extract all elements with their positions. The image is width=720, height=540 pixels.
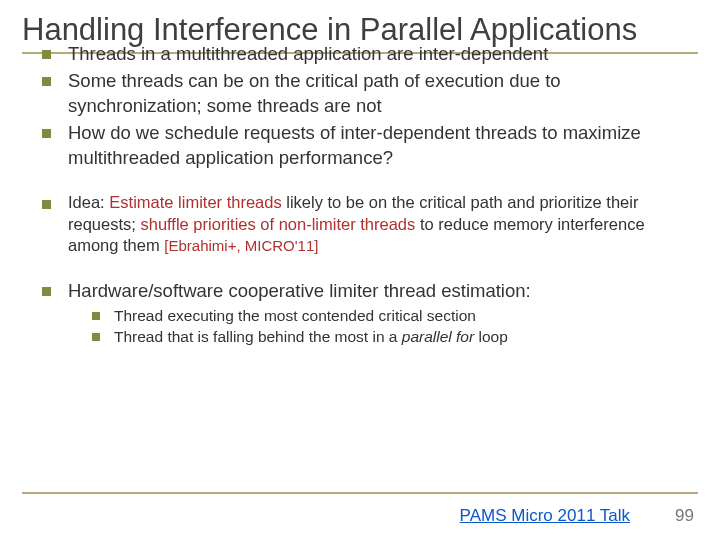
sub-text: Thread that is falling behind the most i…: [114, 328, 402, 345]
footer-link[interactable]: PAMS Micro 2011 Talk: [460, 506, 630, 526]
hw-text: Hardware/software cooperative limiter th…: [68, 280, 531, 301]
sub-bullet-list: Thread executing the most contended crit…: [92, 306, 678, 348]
bullet-item: How do we schedule requests of inter-dep…: [42, 121, 678, 171]
bullet-list: Hardware/software cooperative limiter th…: [42, 279, 678, 348]
bullet-item-idea: Idea: Estimate limiter threads likely to…: [42, 192, 678, 256]
citation: [Ebrahimi+, MICRO'11]: [164, 237, 318, 254]
bullet-item: Hardware/software cooperative limiter th…: [42, 279, 678, 348]
slide-content: Threads in a multithreaded application a…: [0, 42, 720, 348]
idea-keyword: Estimate limiter threads: [109, 193, 281, 211]
bullet-list: Idea: Estimate limiter threads likely to…: [42, 192, 678, 256]
idea-keyword: shuffle priorities of non-limiter thread…: [140, 215, 415, 233]
bullet-item: Threads in a multithreaded application a…: [42, 42, 678, 67]
bullet-list: Threads in a multithreaded application a…: [42, 42, 678, 171]
footer-divider: [22, 492, 698, 494]
italic-phrase: parallel for: [402, 328, 474, 345]
page-number: 99: [675, 506, 694, 526]
sub-bullet-item: Thread that is falling behind the most i…: [92, 327, 678, 348]
sub-text: loop: [474, 328, 508, 345]
bullet-item: Some threads can be on the critical path…: [42, 69, 678, 119]
sub-bullet-item: Thread executing the most contended crit…: [92, 306, 678, 327]
idea-prefix: Idea:: [68, 193, 109, 211]
